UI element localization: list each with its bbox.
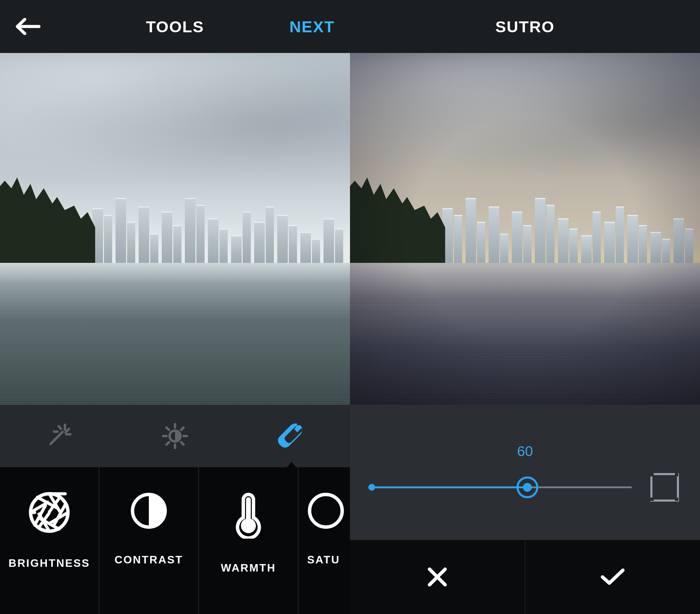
slider-panel: 60 bbox=[350, 405, 700, 540]
page-title: TOOLS bbox=[146, 17, 204, 36]
intensity-slider[interactable] bbox=[371, 479, 632, 496]
header: SUTRO bbox=[350, 0, 700, 53]
contrast-icon bbox=[129, 491, 168, 530]
arrow-left-icon bbox=[15, 18, 40, 35]
svg-rect-4 bbox=[246, 497, 251, 521]
tools-screen: TOOLS NEXT bbox=[0, 0, 350, 614]
tool-warmth[interactable]: WARMTH bbox=[199, 467, 299, 614]
tool-contrast[interactable]: CONTRAST bbox=[100, 467, 199, 614]
photo-preview bbox=[0, 53, 350, 405]
tool-label: CONTRAST bbox=[114, 553, 183, 566]
wrench-icon bbox=[276, 421, 307, 451]
aperture-icon bbox=[28, 491, 71, 534]
saturation-icon bbox=[306, 491, 346, 530]
next-button[interactable]: NEXT bbox=[289, 0, 335, 53]
tool-label: BRIGHTNESS bbox=[9, 557, 90, 570]
tools-list: BRIGHTNESS CONTRAST WARMTH SATU bbox=[0, 467, 350, 614]
tool-label: WARMTH bbox=[221, 562, 276, 574]
header: TOOLS NEXT bbox=[0, 0, 350, 53]
tab-magic[interactable] bbox=[0, 405, 116, 467]
tool-brightness[interactable]: BRIGHTNESS bbox=[0, 467, 100, 614]
slider-thumb-icon bbox=[516, 476, 538, 498]
slider-value: 60 bbox=[517, 443, 533, 460]
thermometer-icon bbox=[235, 491, 262, 539]
page-title: SUTRO bbox=[496, 17, 555, 36]
magic-wand-icon bbox=[44, 421, 73, 451]
mode-tabs bbox=[0, 405, 350, 467]
tool-label: SATU bbox=[307, 553, 340, 566]
cancel-button[interactable] bbox=[350, 540, 526, 614]
sun-contrast-icon bbox=[160, 421, 190, 451]
check-icon bbox=[600, 567, 625, 587]
tool-saturation[interactable]: SATU bbox=[299, 467, 350, 614]
close-icon bbox=[427, 566, 448, 588]
photo-preview bbox=[350, 53, 700, 405]
tab-tools[interactable] bbox=[234, 405, 350, 467]
svg-point-5 bbox=[310, 495, 342, 527]
frame-toggle[interactable] bbox=[650, 473, 679, 502]
tab-lux[interactable] bbox=[116, 405, 233, 467]
back-button[interactable] bbox=[15, 0, 40, 53]
confirm-button[interactable] bbox=[526, 540, 700, 614]
action-bar bbox=[350, 540, 700, 614]
filter-adjust-screen: SUTRO 60 bbox=[350, 0, 700, 614]
